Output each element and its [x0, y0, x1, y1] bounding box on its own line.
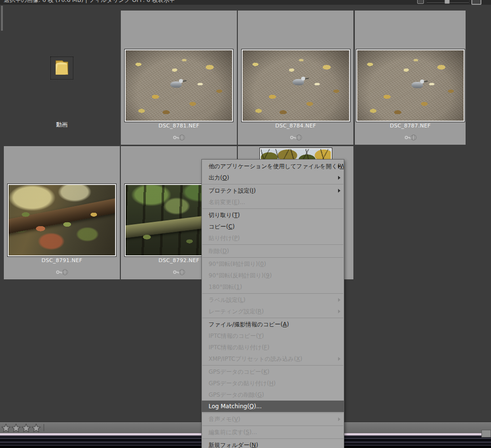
menu-separator [202, 413, 343, 413]
selection-status-text: 選択中の画像: 6 枚 (70.6 MB) | フィルタリング OFF: 6 枚… [4, 0, 175, 5]
star-rating-icon[interactable] [32, 424, 41, 432]
menu-item: 削除(D) [202, 245, 344, 257]
menu-item-mnemonic: P [234, 235, 237, 241]
photo-cell-selected[interactable]: DSC_8781.NEF [121, 11, 237, 145]
photo-filename: DSC_8787.NEF [355, 123, 466, 129]
menu-item-mnemonic: R [257, 308, 261, 315]
submenu-arrow-icon [338, 310, 340, 313]
menu-item-label: ラベル設定 [209, 297, 238, 303]
menu-item[interactable]: 他のアプリケーションを使用してファイルを開く(W) [202, 161, 344, 172]
menu-item-label: 編集前に戻す [209, 429, 244, 436]
menu-item-mnemonic: O [222, 174, 227, 181]
thumbnail-size-large-icon[interactable] [471, 0, 481, 5]
menu-item: GPSデータのコピー(K) [202, 366, 344, 378]
menu-item: XMP/IPTCプリセットの読み込み(X) [202, 353, 344, 365]
menu-item: 名前変更(E)... [202, 196, 344, 208]
menu-item[interactable]: ファイル/撮影情報のコピー(A) [202, 319, 344, 330]
menu-item-label: コピー [209, 223, 226, 230]
menu-item-mnemonic: T [234, 212, 237, 218]
folder-cell[interactable]: 動画 [4, 11, 120, 145]
photo-thumbnail[interactable] [8, 184, 116, 256]
menu-item-label: IPTC情報のコピー [209, 333, 256, 339]
menu-item[interactable]: プロテクト設定(I) [202, 185, 344, 196]
menu-item: ラベル設定(L) [202, 294, 344, 306]
star-rating-icon[interactable] [1, 424, 11, 432]
menu-item-mnemonic: A [283, 321, 287, 328]
menu-item: 貼り付け(P) [202, 232, 344, 244]
menu-item[interactable]: 切り取り(T) [202, 209, 344, 221]
menu-item: 90°回転(時計回り)(0) [202, 258, 344, 270]
menu-item-mnemonic: X [296, 356, 300, 362]
photo-filename: DSC_8784.NEF [238, 123, 353, 129]
menu-item-label: 出力 [209, 174, 220, 181]
star-rating-icon[interactable] [12, 424, 21, 432]
menu-item: 編集前に戻す(S)... [202, 426, 344, 438]
submenu-arrow-icon [338, 176, 340, 180]
menu-item: IPTC情報の貼り付け(F) [202, 342, 344, 353]
menu-item: GPSデータの貼り付け(H) [202, 378, 344, 389]
folder-name-label: 動画 [4, 121, 120, 129]
submenu-arrow-icon [338, 164, 340, 168]
menu-separator [202, 184, 343, 184]
menu-separator [202, 257, 343, 258]
thumbnail-size-slider-handle[interactable] [444, 0, 450, 4]
menu-item-label: Log Matching [209, 403, 247, 410]
star-rating-icon[interactable] [22, 424, 31, 432]
menu-item[interactable]: コピー(C) [202, 221, 344, 232]
menu-item-label: 削除 [209, 248, 220, 254]
folder-icon[interactable] [52, 57, 71, 79]
menu-separator [202, 438, 343, 439]
gps-key-globe-icon [4, 268, 120, 278]
menu-item-mnemonic: E [234, 199, 238, 206]
menu-separator [202, 365, 343, 366]
menu-item-label: 90°回転(時計回り) [209, 261, 258, 267]
menu-item-mnemonic: Y [258, 333, 261, 339]
context-menu: 他のアプリケーションを使用してファイルを開く(W)出力(O)プロテクト設定(I)… [201, 159, 344, 448]
menu-item-label: GPSデータの貼り付け [209, 380, 267, 387]
menu-item-suffix: ... [240, 199, 245, 206]
menu-item-mnemonic: K [263, 368, 267, 375]
menu-item-mnemonic: C [228, 223, 232, 230]
submenu-arrow-icon [338, 298, 340, 302]
menu-item-mnemonic: H [269, 380, 273, 387]
photo-cell-selected[interactable]: DSC_8787.NEF [355, 11, 466, 145]
menu-item-label: 切り取り [209, 212, 232, 218]
menu-item-label: ファイル/撮影情報のコピー [209, 321, 281, 328]
photo-cell-selected[interactable]: DSC_8791.NEF [4, 146, 120, 279]
menu-separator [202, 208, 343, 209]
menu-separator [202, 293, 343, 294]
menu-item-mnemonic: D [222, 248, 227, 254]
menu-item-label: 貼り付け [209, 235, 232, 241]
rating-bar-divider [44, 424, 44, 431]
menu-item-label: レーティング設定 [209, 308, 255, 315]
photo-thumbnail[interactable] [242, 49, 350, 122]
menu-item-label: 新規フォルダー [209, 442, 249, 448]
left-edge-strip [1, 6, 3, 31]
photo-thumbnail[interactable] [356, 49, 465, 122]
thumbnail-size-small-icon[interactable] [417, 0, 424, 4]
menu-item[interactable]: 出力(O) [202, 172, 344, 184]
menu-separator [202, 244, 343, 245]
menu-item-mnemonic: 9 [266, 272, 270, 279]
photo-filename: DSC_8791.NEF [4, 257, 120, 264]
photo-thumbnail[interactable] [125, 49, 233, 122]
menu-item-mnemonic: N [252, 442, 256, 448]
menu-item: 音声メモ(V) [202, 414, 344, 425]
menu-item: 90°回転(反時計回り)(9) [202, 270, 344, 281]
resize-grip[interactable] [481, 430, 491, 437]
menu-item-label: 名前変更 [209, 199, 232, 206]
folder-selection-outline [50, 57, 73, 80]
menu-item[interactable]: 新規フォルダー(N) [202, 439, 344, 448]
menu-item-mnemonic: 0 [260, 261, 264, 267]
menu-item[interactable]: Log Matching(Q)... [202, 401, 344, 412]
gps-key-globe-icon [121, 134, 237, 143]
photo-cell-selected[interactable]: DSC_8784.NEF [238, 11, 353, 145]
photo-filename: DSC_8781.NEF [121, 123, 237, 129]
rating-stars [1, 424, 41, 432]
menu-item-mnemonic: S [246, 429, 249, 436]
gps-key-globe-icon [238, 134, 353, 143]
bird-figure [170, 81, 182, 88]
status-bar: 選択中の画像: 6 枚 (70.6 MB) | フィルタリング OFF: 6 枚… [0, 0, 491, 5]
menu-item-label: IPTC情報の貼り付け [209, 344, 262, 351]
submenu-arrow-icon [338, 417, 340, 421]
